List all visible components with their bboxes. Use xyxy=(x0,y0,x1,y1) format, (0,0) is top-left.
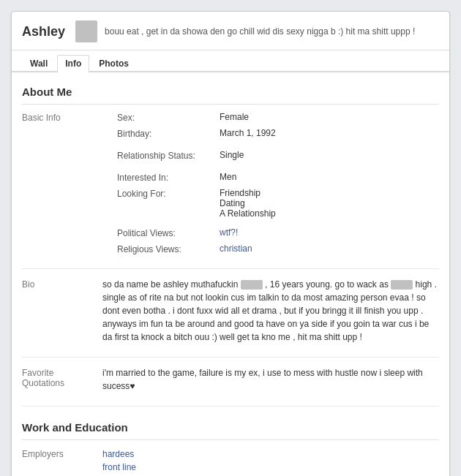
birthday-row: Birthday: March 1, 1992 xyxy=(22,128,439,141)
interested-row: Interested In: Men xyxy=(22,172,439,185)
interested-label-empty xyxy=(22,172,117,185)
political-label: Political Views: xyxy=(117,227,220,241)
looking-label-empty xyxy=(22,188,117,219)
quotes-label: Favorite Quotations xyxy=(22,366,102,393)
tab-wall[interactable]: Wall xyxy=(22,55,56,72)
company-link[interactable]: hardees xyxy=(102,449,134,459)
bio-redacted-2 xyxy=(391,280,413,290)
quotes-label-line1: Favorite xyxy=(22,368,53,378)
birthday-value: March 1, 1992 xyxy=(220,128,276,141)
bio-section: Bio so da name be ashley muthafuckin , 1… xyxy=(22,278,439,358)
religious-link[interactable]: christian xyxy=(220,243,252,254)
political-link[interactable]: wtf?! xyxy=(220,227,238,238)
position-link[interactable]: front line xyxy=(102,462,136,472)
avatar xyxy=(75,20,97,42)
bio-row: Bio so da name be ashley muthafuckin , 1… xyxy=(22,278,439,344)
quotes-label-line2: Quotations xyxy=(22,378,64,388)
bio-label: Bio xyxy=(22,278,102,344)
bio-content: so da name be ashley muthafuckin , 16 ye… xyxy=(102,278,439,344)
profile-header: Ashley bouu eat , get in da showa den go… xyxy=(12,12,449,50)
tab-photos[interactable]: Photos xyxy=(91,55,137,72)
relationship-label: Relationship Status: xyxy=(117,150,220,163)
looking-row: Looking For: Friendship Dating A Relatio… xyxy=(22,188,439,219)
profile-card: Ashley bouu eat , get in da showa den go… xyxy=(11,11,450,476)
basic-info-label: Basic Info xyxy=(22,112,117,125)
relationship-label-empty xyxy=(22,150,117,163)
basic-info-section: Basic Info Sex: Female Birthday: March 1… xyxy=(22,112,439,269)
about-me-header: About Me xyxy=(22,80,439,105)
interested-value: Men xyxy=(220,172,236,185)
political-row: Political Views: wtf?! xyxy=(22,227,439,241)
religious-label-empty xyxy=(22,243,117,257)
sex-value: Female xyxy=(220,112,249,125)
religious-label: Religious Views: xyxy=(117,243,220,257)
profile-content: About Me Basic Info Sex: Female Birthday… xyxy=(12,72,449,476)
looking-value-2: Dating xyxy=(220,198,245,208)
birthday-label: Birthday: xyxy=(117,128,220,141)
sex-row: Basic Info Sex: Female xyxy=(22,112,439,125)
bio-redacted-1 xyxy=(241,280,263,290)
work-section: Work and Education Employers hardees fro… xyxy=(22,415,439,476)
employers-label: Employers xyxy=(22,447,102,474)
political-label-empty xyxy=(22,227,117,241)
political-value[interactable]: wtf?! xyxy=(220,227,238,241)
quotes-section: Favorite Quotations i'm married to the g… xyxy=(22,366,439,407)
profile-name: Ashley xyxy=(22,24,65,39)
relationship-value: Single xyxy=(220,150,244,163)
employers-row: Employers hardees front line xyxy=(22,447,439,474)
header-status: bouu eat , get in da showa den go chill … xyxy=(105,26,439,37)
looking-value-1: Friendship xyxy=(220,188,261,198)
employers-content: hardees front line xyxy=(102,447,439,474)
birthday-label-empty xyxy=(22,128,117,141)
looking-value: Friendship Dating A Relationship xyxy=(220,188,276,219)
religious-row: Religious Views: christian xyxy=(22,243,439,257)
tab-info[interactable]: Info xyxy=(57,55,89,72)
quotes-row: Favorite Quotations i'm married to the g… xyxy=(22,366,439,393)
interested-label: Interested In: xyxy=(117,172,220,185)
tabs-bar: Wall Info Photos xyxy=(12,50,449,72)
quotes-content: i'm married to the game, failure is my e… xyxy=(102,366,439,393)
work-header: Work and Education xyxy=(22,415,439,440)
relationship-row: Relationship Status: Single xyxy=(22,150,439,163)
sex-label: Sex: xyxy=(117,112,220,125)
looking-value-3: A Relationship xyxy=(220,208,276,219)
looking-label: Looking For: xyxy=(117,188,220,219)
religious-value[interactable]: christian xyxy=(220,243,252,257)
